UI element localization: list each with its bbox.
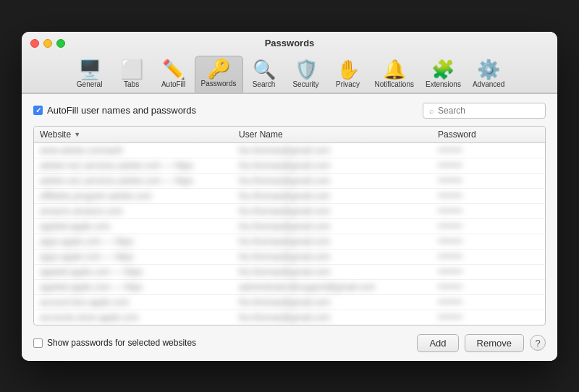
tabs-icon: ⬜	[120, 60, 143, 79]
cell-username: foo.thomas@gmail.com	[239, 221, 438, 231]
show-passwords-checkbox[interactable]	[33, 338, 43, 348]
titlebar: Passwords 🖥️General⬜Tabs✏️AutoFill🔑Passw…	[22, 32, 557, 93]
toolbar-item-autofill[interactable]: ✏️AutoFill	[153, 57, 195, 93]
cell-website: amazon.amazon.com	[40, 206, 239, 216]
cell-website: accounts.store.apple.com	[40, 312, 239, 323]
maximize-button[interactable]	[56, 39, 65, 48]
table-row[interactable]: appleid.apple.comfoo.thomas@gmail.com•••…	[34, 219, 545, 234]
sort-arrow-icon: ▼	[74, 131, 80, 138]
cell-username: foo.thomas@gmail.com	[239, 267, 438, 277]
toolbar-item-tabs[interactable]: ⬜Tabs	[111, 57, 153, 93]
table-row[interactable]: adobe-na1.services.adobe.com — httpsfoo.…	[34, 158, 545, 174]
table-row[interactable]: amazon.amazon.comfoo.thomas@gmail.com•••…	[34, 204, 545, 219]
cell-password: ••••••••	[438, 206, 539, 216]
toolbar-item-passwords[interactable]: 🔑Passwords	[195, 56, 243, 93]
advanced-label: Advanced	[473, 80, 504, 88]
cell-password: ••••••••	[438, 191, 539, 201]
add-button[interactable]: Add	[417, 334, 458, 352]
passwords-label: Passwords	[201, 80, 237, 88]
close-button[interactable]	[30, 39, 39, 48]
search-icon: 🔍	[253, 60, 276, 79]
help-button[interactable]: ?	[530, 335, 546, 351]
passwords-icon: 🔑	[207, 59, 230, 78]
col-password: Password	[438, 129, 539, 140]
privacy-label: Privacy	[336, 80, 360, 88]
search-input[interactable]	[438, 106, 539, 116]
cell-username: foo.thomas@gmail.com	[239, 252, 438, 262]
autofill-label: AutoFill user names and passwords	[47, 105, 196, 116]
cell-username: administrator@support@gmail.com	[239, 282, 438, 292]
table-row[interactable]: affiliates.program.adobe.comfoo.thomas@g…	[34, 189, 545, 204]
search-icon: ⌕	[429, 106, 434, 115]
cell-website: appleid.apple.com — https	[40, 282, 239, 292]
autofill-checkbox-row[interactable]: ✓ AutoFill user names and passwords	[33, 105, 196, 116]
cell-username: foo.thomas@gmail.com	[239, 145, 438, 155]
notifications-label: Notifications	[375, 80, 414, 88]
toolbar: 🖥️General⬜Tabs✏️AutoFill🔑Passwords🔍Searc…	[30, 53, 549, 93]
cell-website: appleid.apple.com	[40, 221, 239, 231]
table-row[interactable]: accounts.store.apple.comfoo.thomas@gmail…	[34, 310, 545, 325]
general-label: General	[77, 80, 103, 88]
bottom-buttons: Add Remove ?	[417, 334, 546, 352]
cell-website: adobe-na1.services.adobe.com — https	[40, 176, 239, 186]
passwords-table: Website ▼ User Name Password www.adobe.c…	[33, 126, 546, 325]
cell-website: affiliates.program.adobe.com	[40, 191, 239, 201]
cell-password: ••••••••	[438, 145, 539, 155]
table-header: Website ▼ User Name Password	[34, 127, 545, 143]
traffic-lights	[30, 39, 65, 48]
cell-password: ••••••••	[438, 297, 539, 307]
remove-button[interactable]: Remove	[465, 334, 524, 352]
toolbar-item-general[interactable]: 🖥️General	[69, 57, 111, 93]
toolbar-item-search[interactable]: 🔍Search	[243, 57, 285, 93]
table-row[interactable]: account.box.apple.comfoo.thomas@gmail.co…	[34, 295, 545, 310]
cell-username: foo.thomas@gmail.com	[239, 237, 438, 247]
toolbar-item-notifications[interactable]: 🔔Notifications	[369, 57, 420, 93]
toolbar-item-privacy[interactable]: ✋Privacy	[327, 57, 369, 93]
main-window: Passwords 🖥️General⬜Tabs✏️AutoFill🔑Passw…	[22, 32, 557, 361]
toolbar-item-extensions[interactable]: 🧩Extensions	[420, 57, 467, 93]
cell-password: ••••••••	[438, 176, 539, 186]
top-bar: ✓ AutoFill user names and passwords ⌕	[33, 103, 546, 119]
toolbar-item-security[interactable]: 🛡️Security	[285, 57, 327, 93]
extensions-icon: 🧩	[431, 60, 455, 79]
search-label: Search	[253, 80, 276, 88]
autofill-checkbox[interactable]: ✓	[33, 106, 43, 115]
table-row[interactable]: www.adobe.com/authfoo.thomas@gmail.com••…	[34, 143, 545, 158]
cell-password: ••••••••	[438, 312, 539, 323]
cell-username: foo.thomas@gmail.com	[239, 191, 438, 201]
cell-website: apps.apple.com — https	[40, 237, 239, 247]
cell-username: foo.thomas@gmail.com	[239, 312, 438, 323]
general-icon: 🖥️	[78, 60, 101, 79]
show-passwords-row[interactable]: Show passwords for selected websites	[33, 338, 196, 348]
show-passwords-label: Show passwords for selected websites	[47, 338, 196, 348]
cell-website: appleid.apple.com — https	[40, 267, 239, 277]
toolbar-item-advanced[interactable]: ⚙️Advanced	[467, 57, 510, 93]
table-row[interactable]: appleid.apple.com — httpsfoo.thomas@gmai…	[34, 265, 545, 280]
table-row[interactable]: appleid.apple.com — httpsadministrator@s…	[34, 280, 545, 295]
cell-password: ••••••••	[438, 237, 539, 247]
cell-website: apps.apple.com — https	[40, 252, 239, 262]
extensions-label: Extensions	[426, 80, 461, 88]
cell-username: foo.thomas@gmail.com	[239, 161, 438, 171]
cell-website: account.box.apple.com	[40, 297, 239, 307]
table-row[interactable]: apps.apple.com — httpsfoo.thomas@gmail.c…	[34, 234, 545, 250]
cell-password: ••••••••	[438, 252, 539, 262]
cell-website: www.adobe.com/auth	[40, 145, 239, 155]
search-box[interactable]: ⌕	[423, 103, 546, 119]
autofill-icon: ✏️	[162, 60, 185, 79]
cell-password: ••••••••	[438, 267, 539, 277]
table-row[interactable]: apps.apple.com — httpsfoo.thomas@gmail.c…	[34, 250, 545, 265]
bottom-bar: Show passwords for selected websites Add…	[33, 334, 546, 352]
table-row[interactable]: adobe-na1.services.adobe.com — httpsfoo.…	[34, 174, 545, 189]
cell-username: foo.thomas@gmail.com	[239, 206, 438, 216]
cell-website: adobe-na1.services.adobe.com — https	[40, 161, 239, 171]
minimize-button[interactable]	[43, 39, 52, 48]
cell-password: ••••••••	[438, 221, 539, 231]
content-area: ✓ AutoFill user names and passwords ⌕ We…	[22, 93, 557, 361]
checkmark-icon: ✓	[35, 106, 41, 114]
col-website: Website ▼	[40, 129, 239, 140]
security-label: Security	[292, 80, 318, 88]
cell-username: foo.thomas@gmail.com	[239, 176, 438, 186]
table-body: www.adobe.com/authfoo.thomas@gmail.com••…	[34, 143, 545, 325]
autofill-label: AutoFill	[161, 80, 185, 88]
